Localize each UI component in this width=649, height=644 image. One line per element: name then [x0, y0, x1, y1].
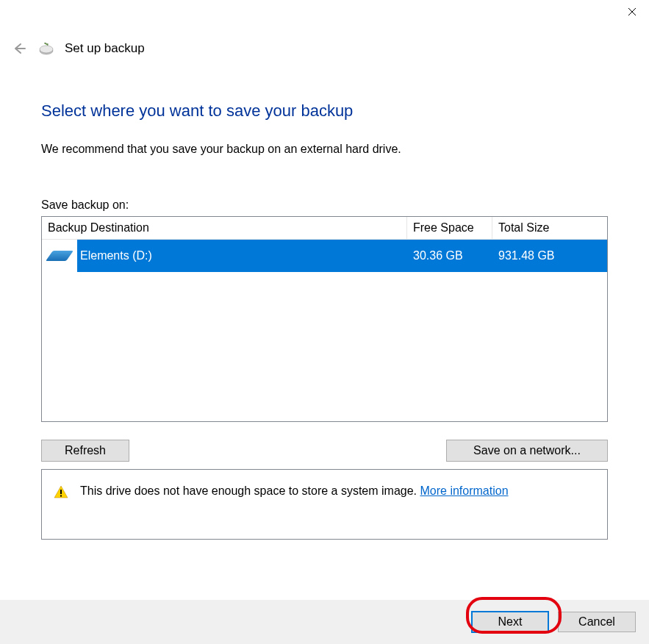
more-info-link[interactable]: More information — [420, 484, 508, 497]
table-header: Backup Destination Free Space Total Size — [42, 217, 607, 240]
svg-rect-2 — [60, 490, 62, 494]
warning-icon — [54, 484, 68, 499]
footer: Next Cancel — [0, 600, 649, 644]
warning-box: This drive does not have enough space to… — [41, 469, 608, 540]
col-destination[interactable]: Backup Destination — [42, 217, 407, 239]
svg-rect-3 — [60, 495, 62, 497]
col-free-space[interactable]: Free Space — [407, 217, 492, 239]
drive-list[interactable]: Backup Destination Free Space Total Size… — [41, 216, 608, 422]
drive-total: 931.48 GB — [492, 249, 578, 262]
drive-icon-cell — [42, 240, 77, 272]
title-bar — [0, 0, 649, 29]
warning-text: This drive does not have enough space to… — [80, 484, 420, 497]
wizard-title: Set up backup — [65, 41, 145, 56]
drive-free: 30.36 GB — [407, 249, 492, 262]
back-arrow-icon — [12, 41, 26, 56]
close-icon — [628, 7, 637, 16]
content-area: Select where you want to save your backu… — [0, 57, 649, 540]
drive-row[interactable]: Elements (D:) 30.36 GB 931.48 GB — [42, 240, 607, 272]
page-heading: Select where you want to save your backu… — [41, 101, 608, 121]
warning-text-wrap: This drive does not have enough space to… — [80, 484, 509, 498]
recommend-text: We recommend that you save your backup o… — [41, 143, 608, 156]
drive-icon — [46, 251, 73, 261]
drive-name: Elements (D:) — [77, 249, 407, 262]
backup-wizard-icon — [38, 40, 54, 57]
save-on-label: Save backup on: — [41, 198, 608, 212]
cancel-button[interactable]: Cancel — [558, 612, 636, 632]
wizard-header: Set up backup — [0, 29, 649, 57]
svg-point-1 — [40, 46, 53, 53]
next-button[interactable]: Next — [471, 611, 549, 633]
close-button[interactable] — [615, 0, 649, 24]
button-row: Refresh Save on a network... — [41, 440, 608, 462]
refresh-button[interactable]: Refresh — [41, 440, 129, 462]
back-button[interactable] — [10, 40, 28, 57]
col-total-size[interactable]: Total Size — [492, 217, 578, 239]
save-network-button[interactable]: Save on a network... — [446, 440, 608, 462]
